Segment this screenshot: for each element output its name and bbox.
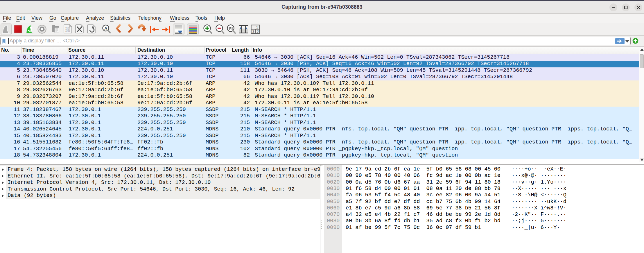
svg-text:3: 3 [257,30,259,33]
svg-text:1: 1 [256,26,258,29]
svg-text:0111: 0111 [65,30,70,33]
svg-text:A: A [104,26,107,31]
svg-text:2: 2 [252,30,254,33]
